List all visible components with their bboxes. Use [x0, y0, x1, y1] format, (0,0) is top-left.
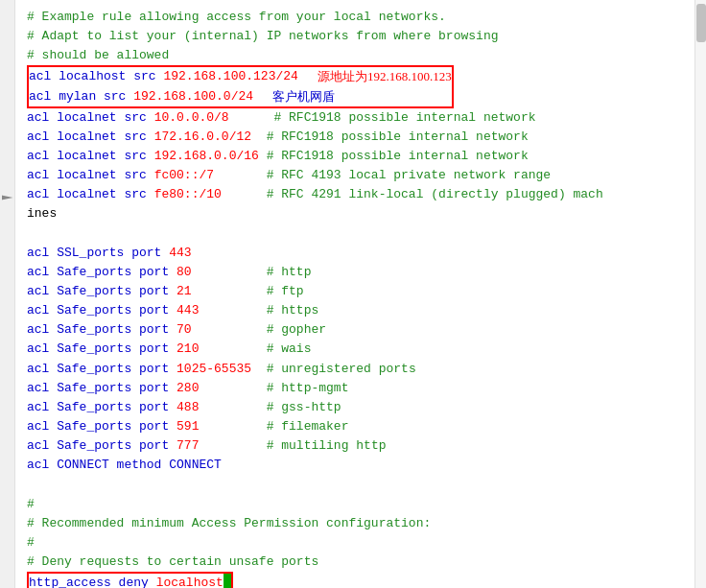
- acl-keyword: acl CONNECT method CONNECT: [27, 456, 222, 475]
- code-line: acl Safe_ports port 210 # wais: [27, 340, 687, 359]
- left-sidebar: [0, 0, 15, 588]
- code-line: acl Safe_ports port 80 # http: [27, 263, 687, 282]
- code-line: http_access deny localhost: [29, 574, 231, 588]
- acl-keyword: acl localnet src: [27, 128, 154, 147]
- code-line: #: [27, 495, 687, 514]
- port-value: 21: [176, 282, 259, 301]
- comment-text: # RFC 4193 local private network range: [259, 166, 551, 185]
- comment-text: # Recommended minimum Access Permission …: [27, 514, 431, 533]
- ip-value: fc00::/7: [154, 166, 259, 185]
- comment-text: # unregistered ports: [259, 360, 416, 379]
- acl-keyword: acl Safe_ports port: [27, 320, 176, 340]
- acl-keyword: acl SSL_ports port: [27, 244, 169, 263]
- comment-text: # Example rule allowing access from your…: [27, 8, 446, 27]
- ip-value: fe80::/10: [154, 185, 259, 204]
- editor-window: # Example rule allowing access from your…: [0, 0, 706, 588]
- code-line: acl Safe_ports port 1025-65535 # unregis…: [27, 360, 687, 379]
- annotation-source-ip: 源地址为192.168.100.123: [318, 67, 452, 86]
- comment-text: # multiling http: [259, 436, 387, 456]
- comment-text: #: [27, 533, 35, 553]
- port-value: 591: [176, 417, 259, 436]
- acl-keyword: acl Safe_ports port: [27, 360, 176, 379]
- acl-keyword: acl Safe_ports port: [27, 340, 176, 359]
- ip-value: 10.0.0.0/8: [154, 108, 259, 128]
- code-line: acl Safe_ports port 70 # gopher: [27, 320, 687, 340]
- port-value: 70: [176, 320, 259, 340]
- acl-keyword: acl Safe_ports port: [27, 436, 176, 456]
- acl-keyword: acl Safe_ports port: [27, 263, 176, 282]
- code-editor[interactable]: # Example rule allowing access from your…: [15, 0, 694, 588]
- acl-keyword: acl Safe_ports port: [27, 398, 176, 417]
- localhost-value: localhost: [156, 574, 224, 588]
- acl-keyword: acl localnet src: [27, 166, 154, 185]
- code-line: acl SSL_ports port 443: [27, 244, 687, 263]
- code-line: acl Safe_ports port 280 # http-mgmt: [27, 379, 687, 398]
- comment-text: #: [27, 495, 35, 514]
- code-line: acl localnet src 192.168.0.0/16 # RFC191…: [27, 147, 687, 166]
- acl-keyword: acl Safe_ports port: [27, 417, 176, 436]
- code-line: ines: [27, 204, 687, 223]
- port-value: 443: [169, 244, 191, 263]
- expand-arrow[interactable]: [2, 192, 13, 203]
- comment-text: # Adapt to list your (internal) IP netwo…: [27, 27, 498, 46]
- acl-keyword: acl Safe_ports port: [27, 282, 176, 301]
- code-line: acl localhost src 192.168.100.123/24 源地址…: [29, 67, 452, 86]
- code-line: acl mylan src 192.168.100.0/24 客户机网盾: [29, 87, 452, 106]
- acl-keyword: acl Safe_ports port: [27, 301, 176, 320]
- code-line: acl localnet src fc00::/7 # RFC 4193 loc…: [27, 166, 687, 185]
- code-line: acl localnet src fe80::/10 # RFC 4291 li…: [27, 185, 687, 204]
- comment-text: # http-mgmt: [259, 379, 349, 398]
- ip-range: 192.168.100.0/24: [133, 87, 253, 106]
- port-value: 280: [176, 379, 259, 398]
- acl-keyword: acl mylan src: [29, 87, 133, 106]
- code-line: acl Safe_ports port 777 # multiling http: [27, 436, 687, 456]
- comment-text: # gss-http: [259, 398, 341, 417]
- comment-text: # RFC 4291 link-local (directly plugged)…: [259, 185, 603, 204]
- annotation-client-shield: 客户机网盾: [272, 87, 335, 106]
- ip-value: 192.168.0.0/16: [154, 147, 259, 166]
- wrapped-text: ines: [27, 204, 57, 223]
- code-line: acl Safe_ports port 488 # gss-http: [27, 398, 687, 417]
- comment-text: # RFC1918 possible internal network: [259, 147, 529, 166]
- port-value: 443: [176, 301, 259, 320]
- acl-keyword: acl localnet src: [27, 185, 154, 204]
- code-line: #: [27, 533, 687, 553]
- code-line: # Adapt to list your (internal) IP netwo…: [27, 27, 687, 46]
- empty-line: [27, 224, 687, 244]
- port-value: 777: [176, 436, 259, 456]
- vertical-scrollbar[interactable]: [694, 0, 706, 588]
- ip-value: 172.16.0.0/12: [154, 128, 259, 147]
- code-line: # should be allowed: [27, 46, 687, 65]
- comment-text: # http: [259, 263, 312, 282]
- code-line: # Recommended minimum Access Permission …: [27, 514, 687, 533]
- comment-text: # RFC1918 possible internal network: [259, 108, 536, 128]
- comment-text: # wais: [259, 340, 312, 359]
- acl-keyword: acl Safe_ports port: [27, 379, 176, 398]
- port-value: 1025-65535: [176, 360, 259, 379]
- code-line: acl Safe_ports port 591 # filemaker: [27, 417, 687, 436]
- comment-text: # filemaker: [259, 417, 349, 436]
- comment-text: # ftp: [259, 282, 304, 301]
- acl-keyword: acl localnet src: [27, 108, 154, 128]
- comment-text: # should be allowed: [27, 46, 169, 65]
- port-value: 80: [176, 263, 259, 282]
- empty-line: [27, 475, 687, 494]
- acl-keyword: acl localnet src: [27, 147, 154, 166]
- comment-text: # RFC1918 possible internal network: [259, 128, 529, 147]
- cursor: [224, 574, 231, 588]
- code-line: # Example rule allowing access from your…: [27, 8, 687, 27]
- ip-address: 192.168.100.123/24: [163, 67, 297, 86]
- code-line: acl Safe_ports port 443 # https: [27, 301, 687, 320]
- port-value: 488: [176, 398, 259, 417]
- code-line: # Deny requests to certain unsafe ports: [27, 553, 687, 572]
- acl-keyword: acl localhost src: [29, 67, 163, 86]
- code-line: acl Safe_ports port 21 # ftp: [27, 282, 687, 301]
- code-line: acl CONNECT method CONNECT: [27, 456, 687, 475]
- http-access-keyword: http_access deny: [29, 574, 156, 588]
- comment-text: # gopher: [259, 320, 326, 340]
- comment-text: # Deny requests to certain unsafe ports: [27, 553, 318, 572]
- port-value: 210: [176, 340, 259, 359]
- bordered-acl-block: acl localhost src 192.168.100.123/24 源地址…: [27, 65, 454, 107]
- code-line: acl localnet src 172.16.0.0/12 # RFC1918…: [27, 128, 687, 147]
- scrollbar-thumb[interactable]: [696, 4, 706, 42]
